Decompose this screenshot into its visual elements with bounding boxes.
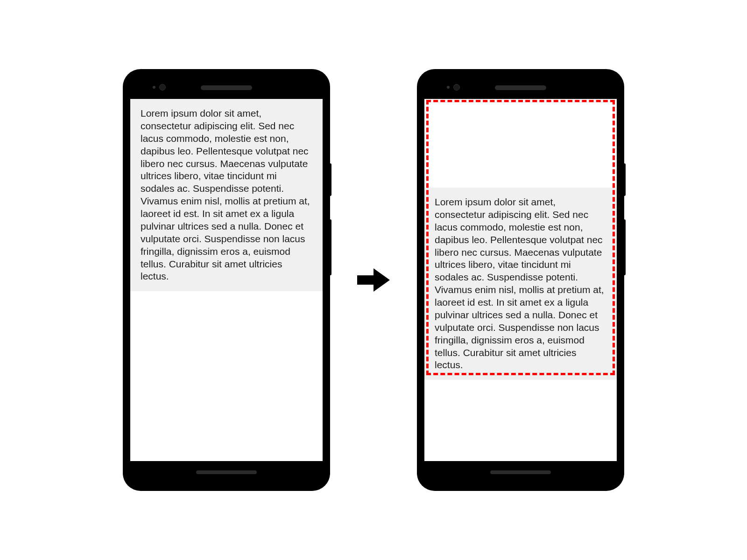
phone-top-bezel — [424, 77, 617, 99]
phone-body: Lorem ipsum dolor sit amet, consectetur … — [130, 77, 323, 483]
phone-side-button — [623, 163, 626, 196]
speaker-grille-icon — [495, 85, 546, 90]
phone-bottom-bezel — [424, 461, 617, 483]
offset-spacer — [424, 99, 617, 188]
camera-icon — [159, 84, 166, 91]
phone-sensors — [447, 84, 460, 91]
phone-body: Lorem ipsum dolor sit amet, consectetur … — [424, 77, 617, 483]
phone-mockup-before: Lorem ipsum dolor sit amet, consectetur … — [124, 70, 329, 490]
speaker-grille-icon — [201, 85, 252, 90]
content-text-block: Lorem ipsum dolor sit amet, consectetur … — [130, 99, 323, 291]
camera-icon — [453, 84, 460, 91]
bottom-speaker-icon — [196, 470, 257, 474]
phone-screen-before: Lorem ipsum dolor sit amet, consectetur … — [130, 99, 323, 461]
phone-top-bezel — [130, 77, 323, 99]
phone-side-button — [329, 219, 331, 275]
content-text-block: Lorem ipsum dolor sit amet, consectetur … — [424, 188, 617, 380]
sensor-dot-icon — [447, 86, 450, 89]
arrow-right-icon — [357, 268, 390, 292]
phone-screen-after: Lorem ipsum dolor sit amet, consectetur … — [424, 99, 617, 461]
phone-sensors — [153, 84, 166, 91]
phone-bottom-bezel — [130, 461, 323, 483]
sensor-dot-icon — [153, 86, 155, 89]
phone-side-button — [329, 163, 331, 196]
bottom-speaker-icon — [490, 470, 551, 474]
phone-side-button — [623, 219, 626, 275]
diagram-container: Lorem ipsum dolor sit amet, consectetur … — [0, 0, 747, 560]
phone-mockup-after: Lorem ipsum dolor sit amet, consectetur … — [418, 70, 623, 490]
